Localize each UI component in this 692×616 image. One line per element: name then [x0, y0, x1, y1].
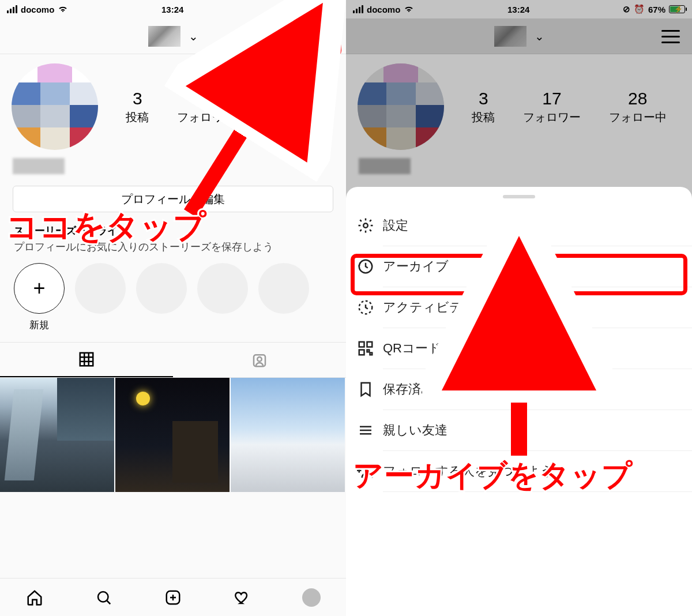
- chevron-down-icon: ⌄: [189, 29, 198, 43]
- menu-item-label: 保存済み: [383, 381, 434, 398]
- svg-point-14: [363, 223, 368, 228]
- carrier-label: docomo: [21, 5, 54, 14]
- tab-home[interactable]: [25, 588, 44, 607]
- heart-icon: [234, 589, 251, 606]
- tab-search[interactable]: [94, 588, 114, 607]
- qr-icon: [356, 339, 375, 358]
- svg-rect-19: [359, 350, 364, 355]
- username-blurred: [148, 26, 180, 47]
- tab-new-post[interactable]: [163, 588, 183, 607]
- highlight-new-label: 新規: [14, 318, 65, 332]
- svg-rect-17: [359, 342, 364, 347]
- status-time: 13:24: [161, 5, 183, 14]
- highlight-placeholder: [136, 263, 187, 314]
- menu-sheet: 設定 アーカイブ アクティビティ QRコード 保存済み: [346, 187, 692, 616]
- menu-item-label: アーカイブ: [383, 258, 449, 275]
- highlight-placeholder: [197, 263, 248, 314]
- highlights-row: + 新規: [0, 261, 346, 342]
- bookmark-icon: [356, 380, 375, 399]
- alarm-icon: ⏰: [288, 4, 299, 14]
- stat-followers[interactable]: 17 フォロワー: [177, 89, 235, 125]
- avatar[interactable]: [12, 63, 98, 150]
- post-grid: [0, 378, 346, 492]
- orientation-lock-icon: ⊘: [277, 4, 284, 14]
- menu-item-activity[interactable]: アクティビティ: [383, 287, 692, 328]
- tab-profile[interactable]: [302, 588, 321, 607]
- menu-button[interactable]: [314, 25, 336, 47]
- profile-avatar-icon: [302, 588, 321, 607]
- svg-point-7: [98, 592, 108, 602]
- highlight-placeholder: [258, 263, 309, 314]
- plus-icon: +: [33, 276, 45, 301]
- menu-item-label: フォローする人を見つけよう: [383, 463, 554, 480]
- menu-item-label: 設定: [383, 217, 408, 234]
- menu-item-label: QRコード: [383, 340, 441, 357]
- post-thumb[interactable]: [0, 378, 114, 492]
- svg-rect-0: [80, 353, 93, 366]
- search-icon: [95, 589, 112, 606]
- svg-rect-18: [367, 342, 373, 347]
- svg-point-6: [257, 357, 262, 362]
- profile-nav-header: ⌄: [0, 18, 346, 54]
- gear-icon: [356, 216, 375, 235]
- list-icon: [356, 421, 375, 440]
- menu-item-archive[interactable]: アーカイブ: [383, 246, 692, 287]
- menu-item-label: アクティビティ: [383, 299, 476, 316]
- highlight-placeholder: [75, 263, 126, 314]
- tagged-icon: [251, 351, 268, 369]
- discover-people-icon: [356, 462, 375, 480]
- edit-profile-button[interactable]: プロフィールを編集: [13, 186, 333, 212]
- menu-item-close-friends[interactable]: 親しい友達: [383, 410, 692, 451]
- status-bar: docomo 13:24 ⊘ ⏰ 67% ⚡: [0, 0, 346, 18]
- edit-profile-label: プロフィールを編集: [121, 191, 225, 207]
- archive-icon: [356, 257, 375, 276]
- profile-stats: 3 投稿 17 フォロワー フォロー中: [112, 89, 334, 125]
- svg-rect-20: [367, 350, 370, 352]
- highlight-new-button[interactable]: +: [14, 263, 65, 314]
- wifi-icon: [58, 5, 68, 14]
- profile-header: 3 投稿 17 フォロワー フォロー中: [0, 54, 346, 155]
- menu-item-discover[interactable]: フォローする人を見つけよう: [383, 451, 692, 492]
- highlights-heading: ストーリーズハイライト: [0, 212, 346, 240]
- svg-line-8: [107, 600, 110, 604]
- content-tabs: [0, 342, 346, 378]
- battery-icon: ⚡: [323, 5, 339, 13]
- username-dropdown[interactable]: ⌄: [148, 26, 198, 47]
- tab-activity[interactable]: [232, 588, 252, 607]
- bottom-tab-bar: [0, 578, 346, 616]
- svg-point-25: [364, 465, 370, 471]
- signal-icon: [7, 5, 17, 13]
- sheet-handle[interactable]: [503, 195, 535, 198]
- grid-icon: [78, 351, 95, 368]
- home-icon: [26, 589, 43, 606]
- right-screenshot: docomo 13:24 ⊘ ⏰ 67% ⚡ ⌄: [346, 0, 692, 616]
- post-thumb[interactable]: [115, 378, 230, 492]
- menu-item-label: 親しい友達: [383, 422, 447, 439]
- post-thumb[interactable]: [231, 378, 345, 492]
- left-screenshot: docomo 13:24 ⊘ ⏰ 67% ⚡ ⌄: [0, 0, 346, 616]
- menu-item-saved[interactable]: 保存済み: [383, 369, 692, 410]
- display-name-blurred: [13, 158, 65, 174]
- highlights-sub: プロフィールにお気に入りのストーリーズを保存しよう: [0, 240, 346, 261]
- new-post-icon: [164, 589, 182, 606]
- svg-rect-21: [370, 353, 373, 355]
- menu-item-qr[interactable]: QRコード: [383, 328, 692, 369]
- activity-icon: [356, 298, 375, 317]
- stat-posts[interactable]: 3 投稿: [126, 89, 149, 125]
- battery-pct: 67%: [302, 5, 319, 14]
- bio-area: [0, 155, 346, 180]
- menu-item-settings[interactable]: 設定: [383, 205, 692, 246]
- stat-following[interactable]: フォロー中: [263, 89, 321, 125]
- tab-tagged[interactable]: [173, 343, 346, 377]
- tab-grid[interactable]: [0, 343, 173, 377]
